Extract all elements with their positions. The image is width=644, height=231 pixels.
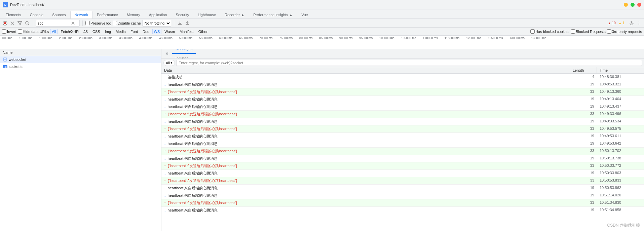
message-data-cell: ↑ {"heartbeat":"发送给后端的心跳heartbeat"} xyxy=(161,148,570,155)
file-list-header: Name xyxy=(0,49,161,56)
blocked-requests-checkbox[interactable]: Blocked Requests xyxy=(571,29,606,34)
messages-table[interactable]: Data Length Time ↓ 连接成功410:48:36.381↓ he… xyxy=(161,67,644,231)
maximize-button[interactable] xyxy=(631,3,635,7)
messages-filter-all-button[interactable]: All ▾ xyxy=(163,60,175,66)
filter-bar: Invert Hide data URLs All Fetch/XHRJSCSS… xyxy=(0,28,644,36)
clear-search-icon[interactable] xyxy=(71,22,75,25)
length-column-header: Length xyxy=(570,67,597,73)
invert-checkbox[interactable]: Invert xyxy=(2,29,16,34)
main-tab-security[interactable]: Security xyxy=(171,10,193,18)
filter-btn-ws[interactable]: WS xyxy=(152,29,162,34)
message-length-cell: 33 xyxy=(570,88,597,95)
message-row[interactable]: ↑ {"heartbeat":"发送给后端的心跳heartbeat"}3310:… xyxy=(161,148,644,155)
message-time-cell: 10:50:53.833 xyxy=(597,177,644,184)
websocket-icon xyxy=(3,57,7,62)
main-tab-elements[interactable]: Elements xyxy=(1,10,26,18)
message-row[interactable]: ↓ heartbeat:来自后端的心跳消息1910:49:33.534 xyxy=(161,118,644,125)
filter-btn-wasm[interactable]: Wasm xyxy=(163,29,177,34)
main-tab-lighthouse[interactable]: Lighthouse xyxy=(193,10,220,18)
main-tabs: ElementsConsoleSourcesNetworkPerformance… xyxy=(0,9,644,19)
export-button[interactable] xyxy=(184,20,190,26)
message-row[interactable]: ↓ heartbeat:来自后端的心跳消息1910:49:13.404 xyxy=(161,96,644,103)
message-row[interactable]: ↓ heartbeat:来自后端的心跳消息1910:50:33.803 xyxy=(161,170,644,177)
message-row[interactable]: ↑ {"heartbeat":"发送给后端的心跳heartbeat"}3310:… xyxy=(161,199,644,207)
main-tab-memory[interactable]: Memory xyxy=(122,10,145,18)
hide-data-urls-checkbox[interactable]: Hide data URLs xyxy=(18,29,49,34)
detail-close-button[interactable]: ✕ xyxy=(164,51,169,56)
timeline-label: 40000 ms xyxy=(139,36,159,40)
import-button[interactable] xyxy=(177,20,183,26)
search-input[interactable] xyxy=(38,21,71,25)
message-row[interactable]: ↑ {"heartbeat":"发送给后端的心跳heartbeat"}3310:… xyxy=(161,177,644,185)
main-tab-vue[interactable]: Vue xyxy=(297,10,312,18)
timeline[interactable]: 5000 ms10000 ms15000 ms20000 ms25000 ms3… xyxy=(0,36,644,49)
minimize-button[interactable] xyxy=(624,3,628,7)
close-button[interactable] xyxy=(637,3,641,7)
svg-point-8 xyxy=(631,23,632,24)
record-button[interactable] xyxy=(2,20,8,26)
third-party-checkbox[interactable]: 3rd-party requests xyxy=(607,29,642,34)
message-row[interactable]: ↓ heartbeat:来自后端的心跳消息1910:49:53.642 xyxy=(161,140,644,148)
message-row[interactable]: ↓ heartbeat:来自后端的心跳消息1910:48:53.321 xyxy=(161,81,644,88)
main-tab-recorder[interactable]: Recorder ▲ xyxy=(220,10,249,18)
clear-button[interactable] xyxy=(9,20,15,26)
message-length-cell: 33 xyxy=(570,125,597,132)
message-time-cell: 10:49:53.575 xyxy=(597,125,644,132)
message-time-cell: 10:49:13.360 xyxy=(597,88,644,95)
filter-btn-media[interactable]: Media xyxy=(114,29,127,34)
messages-filter-input[interactable] xyxy=(176,60,642,66)
main-tab-application[interactable]: Application xyxy=(145,10,172,18)
message-row[interactable]: ↓ heartbeat:来自后端的心跳消息1910:50:13.738 xyxy=(161,155,644,162)
message-row[interactable]: ↓ heartbeat:来自后端的心跳消息1910:50:53.862 xyxy=(161,185,644,192)
disable-cache-checkbox[interactable]: Disable cache xyxy=(113,21,141,25)
window-controls xyxy=(624,3,641,7)
svg-point-10 xyxy=(639,23,639,24)
filter-button[interactable] xyxy=(17,20,23,26)
filter-btn-font[interactable]: Font xyxy=(129,29,140,34)
main-tab-sources[interactable]: Sources xyxy=(48,10,70,18)
message-row[interactable]: ↑ {"heartbeat":"发送给后端的心跳heartbeat"}3310:… xyxy=(161,162,644,170)
svg-point-11 xyxy=(639,24,639,25)
message-time-cell: 10:51:34.858 xyxy=(597,207,644,214)
search-button[interactable] xyxy=(24,20,30,26)
message-data-cell: ↓ heartbeat:来自后端的心跳消息 xyxy=(161,140,570,147)
detail-tab-messages[interactable]: Messages xyxy=(172,49,196,54)
message-row[interactable]: ↓ heartbeat:来自后端的心跳消息1910:51:14.020 xyxy=(161,192,644,199)
message-data-cell: ↓ heartbeat:来自后端的心跳消息 xyxy=(161,155,570,162)
filter-btn-doc[interactable]: Doc xyxy=(141,29,151,34)
throttling-select[interactable]: No throttling xyxy=(142,20,171,27)
message-length-cell: 19 xyxy=(570,103,597,110)
filter-btn-manifest[interactable]: Manifest xyxy=(178,29,195,34)
search-box[interactable] xyxy=(36,20,80,27)
filter-btn-js[interactable]: JS xyxy=(82,29,89,34)
message-time-cell: 10:49:13.404 xyxy=(597,96,644,103)
file-item-websocket[interactable]: websocket xyxy=(0,56,161,63)
more-button[interactable] xyxy=(636,20,642,26)
filter-btn-other[interactable]: Other xyxy=(197,29,210,34)
timeline-label: 100000 ms xyxy=(379,36,401,40)
message-row[interactable]: ↑ {"heartbeat":"发送给后端的心跳heartbeat"}3310:… xyxy=(161,88,644,96)
message-length-cell: 19 xyxy=(570,192,597,199)
message-row[interactable]: ↓ 连接成功410:48:36.381 xyxy=(161,74,644,81)
main-tab-console[interactable]: Console xyxy=(26,10,48,18)
message-length-cell: 19 xyxy=(570,170,597,177)
file-item-socket-ts[interactable]: TSsocket.ts xyxy=(0,63,161,70)
settings-button[interactable] xyxy=(629,20,635,26)
filter-all[interactable]: All xyxy=(50,29,58,34)
filter-btn-css[interactable]: CSS xyxy=(91,29,102,34)
message-length-cell: 19 xyxy=(570,81,597,88)
message-row[interactable]: ↑ {"heartbeat":"发送给后端的心跳heartbeat"}3310:… xyxy=(161,111,644,118)
has-blocked-cookies-checkbox[interactable]: Has blocked cookies xyxy=(530,29,569,34)
message-row[interactable]: ↓ heartbeat:来自后端的心跳消息1910:49:13.437 xyxy=(161,103,644,111)
message-row[interactable]: ↓ heartbeat:来自后端的心跳消息1910:49:53.611 xyxy=(161,133,644,140)
svg-point-9 xyxy=(639,22,639,22)
preserve-log-checkbox[interactable]: Preserve log xyxy=(85,21,111,25)
filter-btn-fetch/xhr[interactable]: Fetch/XHR xyxy=(59,29,80,34)
message-row[interactable]: ↑ {"heartbeat":"发送给后端的心跳heartbeat"}3310:… xyxy=(161,125,644,133)
main-tab-network[interactable]: Network xyxy=(70,11,92,19)
main-tab-performance-insights[interactable]: Performance insights ▲ xyxy=(249,10,297,18)
timeline-label: 135000 ms xyxy=(531,36,553,40)
filter-btn-img[interactable]: Img xyxy=(103,29,113,34)
main-tab-performance[interactable]: Performance xyxy=(92,10,122,18)
message-row[interactable]: ↓ heartbeat:来自后端的心跳消息1910:51:34.858 xyxy=(161,207,644,214)
